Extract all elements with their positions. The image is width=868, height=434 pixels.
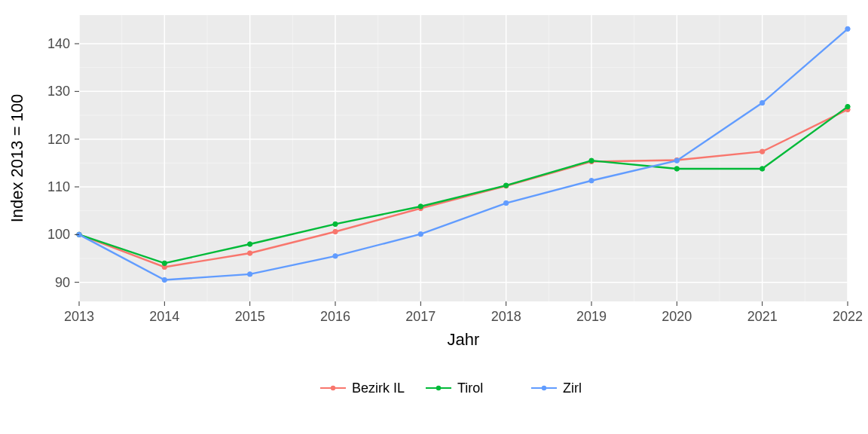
series-point xyxy=(418,204,423,209)
y-tick-label: 110 xyxy=(47,179,70,194)
series-point xyxy=(760,100,764,105)
series-point xyxy=(503,200,508,205)
legend-label: Zirl xyxy=(563,381,582,396)
legend-swatch-point xyxy=(331,386,335,390)
series-point xyxy=(247,272,252,277)
series-point xyxy=(589,179,594,183)
series-point xyxy=(247,251,252,255)
x-tick-label: 2021 xyxy=(747,309,778,324)
x-tick-label: 2022 xyxy=(833,309,863,324)
series-point xyxy=(845,104,850,108)
series-point xyxy=(760,167,764,171)
y-axis-title: Index 2013 = 100 xyxy=(8,94,26,223)
series-point xyxy=(162,277,167,282)
y-tick-label: 90 xyxy=(55,275,70,290)
x-tick-label: 2016 xyxy=(320,309,350,324)
y-tick-label: 100 xyxy=(47,227,70,242)
legend-swatch-point xyxy=(542,386,546,390)
series-point xyxy=(674,167,679,171)
y-tick-label: 120 xyxy=(47,132,70,147)
legend-label: Tirol xyxy=(457,381,483,396)
x-tick-label: 2019 xyxy=(576,309,607,324)
series-point xyxy=(333,254,338,258)
x-tick-label: 2014 xyxy=(149,309,179,324)
y-tick-label: 130 xyxy=(47,84,70,99)
legend-label: Bezirk IL xyxy=(352,381,405,396)
series-point xyxy=(760,149,764,154)
series-point xyxy=(674,158,679,163)
series-point xyxy=(333,222,338,226)
series-point xyxy=(162,261,167,265)
series-point xyxy=(418,232,423,237)
x-tick-label: 2020 xyxy=(662,309,692,324)
x-axis-title: Jahr xyxy=(448,330,480,349)
legend-swatch-point xyxy=(436,386,441,390)
series-point xyxy=(503,183,508,188)
series-point xyxy=(845,26,850,31)
x-tick-label: 2015 xyxy=(235,309,265,324)
series-point xyxy=(333,229,338,234)
x-tick-label: 2018 xyxy=(491,309,521,324)
series-point xyxy=(589,158,594,163)
series-point xyxy=(247,242,252,246)
x-tick-label: 2017 xyxy=(405,309,436,324)
x-tick-label: 2013 xyxy=(64,309,94,324)
y-tick-label: 140 xyxy=(47,36,70,51)
line-chart: 2013201420152016201720182019202020212022… xyxy=(0,0,868,434)
